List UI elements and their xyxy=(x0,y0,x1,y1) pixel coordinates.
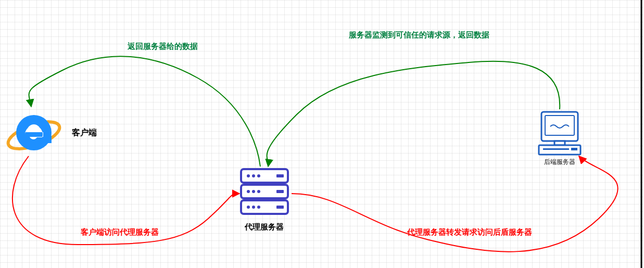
browser-icon xyxy=(5,115,62,155)
svg-rect-29 xyxy=(545,116,574,135)
svg-point-16 xyxy=(247,174,250,177)
svg-point-17 xyxy=(252,174,255,177)
svg-rect-23 xyxy=(276,190,284,193)
svg-point-18 xyxy=(257,174,260,177)
svg-point-20 xyxy=(247,190,250,193)
server-stack-icon xyxy=(241,169,288,214)
backend-label: 后端服务器 xyxy=(544,158,575,167)
svg-point-25 xyxy=(252,206,255,209)
svg-point-21 xyxy=(252,190,255,193)
arrow-backend-to-proxy xyxy=(267,61,560,167)
label-backend-to-proxy: 服务器监测到可信任的请求源，返回数据 xyxy=(349,30,489,40)
svg-rect-33 xyxy=(571,148,577,150)
arrow-proxy-to-client xyxy=(29,56,260,167)
label-client-to-proxy: 客户端访问代理服务器 xyxy=(81,227,159,237)
arrow-proxy-to-backend xyxy=(292,156,618,252)
proxy-label: 代理服务器 xyxy=(245,222,284,232)
svg-rect-32 xyxy=(543,148,569,150)
svg-point-24 xyxy=(247,206,250,209)
svg-point-22 xyxy=(257,190,260,193)
label-proxy-to-backend: 代理服务器转发请求访问后盾服务器 xyxy=(407,227,532,237)
client-label: 客户端 xyxy=(72,127,97,138)
computer-icon xyxy=(539,112,580,155)
svg-rect-27 xyxy=(276,206,284,209)
svg-rect-19 xyxy=(276,174,284,177)
svg-point-12 xyxy=(18,117,49,148)
label-proxy-to-client: 返回服务器给的数据 xyxy=(128,42,198,52)
svg-point-26 xyxy=(257,206,260,209)
